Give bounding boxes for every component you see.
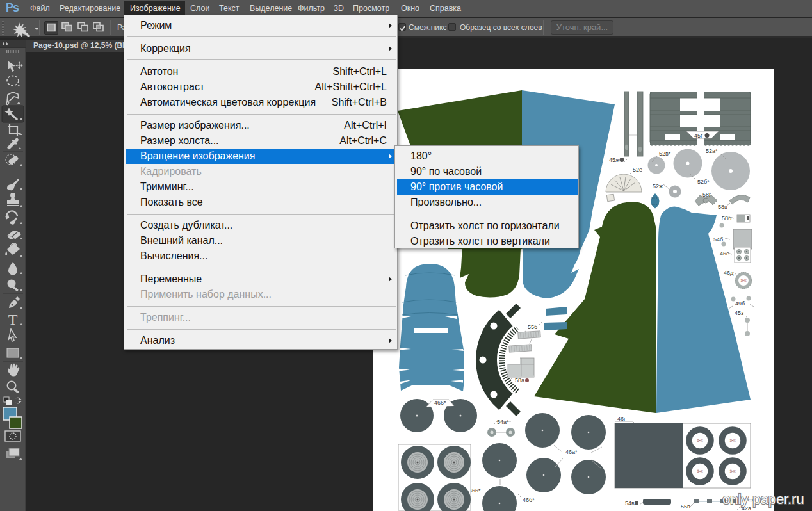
- svg-text:✄: ✄: [740, 277, 747, 284]
- svg-text:52ж: 52ж: [653, 183, 663, 190]
- svg-text:49б: 49б: [735, 300, 745, 307]
- svg-text:45з: 45з: [735, 310, 743, 316]
- svg-text:46е: 46е: [720, 250, 729, 257]
- svg-text:466*: 466*: [434, 400, 446, 406]
- svg-text:46а*: 46а*: [565, 449, 578, 455]
- svg-text:52а*: 52а*: [706, 148, 718, 154]
- svg-text:✄: ✄: [697, 467, 703, 475]
- svg-text:45ж: 45ж: [609, 157, 619, 163]
- svg-text:55в: 55в: [681, 503, 690, 510]
- svg-text:✄: ✄: [729, 437, 736, 444]
- svg-text:✄: ✄: [697, 437, 703, 444]
- svg-text:54б: 54б: [713, 236, 723, 243]
- svg-text:46г: 46г: [617, 416, 626, 422]
- svg-text:46д: 46д: [724, 270, 734, 276]
- svg-text:54в: 54в: [625, 500, 635, 507]
- svg-text:58в: 58в: [718, 204, 727, 210]
- svg-text:52б*: 52б*: [697, 179, 710, 185]
- svg-text:58г: 58г: [702, 191, 711, 198]
- svg-text:45г: 45г: [694, 133, 703, 139]
- svg-text:58б: 58б: [722, 215, 731, 222]
- svg-text:only-paper.ru: only-paper.ru: [722, 491, 804, 507]
- svg-text:54а*: 54а*: [497, 419, 509, 425]
- svg-text:46б*: 46б*: [523, 497, 535, 503]
- svg-text:52е: 52е: [633, 166, 642, 173]
- svg-text:✄: ✄: [729, 467, 736, 475]
- svg-text:52в*: 52в*: [659, 150, 671, 157]
- svg-text:T: T: [8, 311, 18, 328]
- svg-text:58а: 58а: [515, 377, 524, 384]
- svg-text:55б: 55б: [528, 324, 537, 330]
